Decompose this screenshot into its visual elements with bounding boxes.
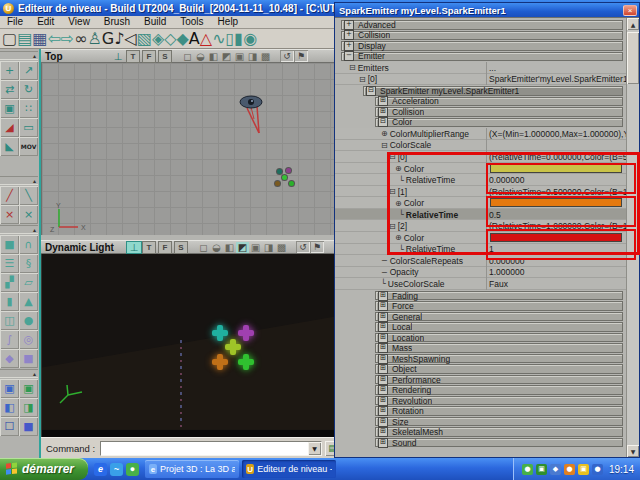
property-row[interactable]: ⊟ ⊟ [1] (RelativeTime=0.500000,Color=(B=… <box>335 186 626 198</box>
bsp-cuts-mode-icon[interactable]: ◩ <box>236 242 249 253</box>
properties-title-bar[interactable]: SparkEmitter myLevel.SparkEmitter1 × <box>335 3 639 17</box>
property-row[interactable]: └ └ UseColorScale Faux <box>335 278 626 290</box>
property-row[interactable]: − − Opacity 1.000000 <box>335 267 626 279</box>
property-value[interactable]: (X=(Min=1.000000,Max=1.000000),Y=(Min=..… <box>489 129 626 139</box>
wireframe-mode-icon[interactable]: ◻ <box>197 242 210 253</box>
toggle-textured-button[interactable]: T <box>126 50 140 63</box>
property-value[interactable]: 0.000000 <box>489 175 524 185</box>
property-value[interactable]: SparkEmitter'myLevel.SparkEmitter1' <box>489 74 626 84</box>
expand-icon[interactable]: ⊞ <box>378 333 388 343</box>
quick-launch-ie-icon[interactable]: e <box>94 463 107 476</box>
task-button[interactable]: U Editeur de niveau - B... <box>242 460 336 478</box>
expand-icon[interactable]: + <box>344 20 354 30</box>
tree-node-icon[interactable]: ⊟ <box>389 222 396 231</box>
property-row[interactable]: ⊞ ⊞ Size <box>375 417 623 427</box>
special-brush-tool[interactable]: ■ <box>19 349 38 368</box>
tree-node-icon[interactable]: ⊟ <box>389 152 396 161</box>
property-row[interactable]: ⊞ ⊞ Location <box>375 333 623 343</box>
matinee-mov-tool[interactable]: MOV <box>19 137 38 156</box>
expand-icon[interactable]: − <box>344 51 354 61</box>
expand-icon[interactable]: + <box>344 41 354 51</box>
expand-icon[interactable]: ⊞ <box>378 427 388 437</box>
property-value[interactable]: (RelativeTime=1.000000,Color=(B=19,G=19.… <box>489 221 626 231</box>
menu-item[interactable]: Build <box>137 16 173 28</box>
menu-item[interactable]: View <box>61 16 97 28</box>
tree-node-icon[interactable]: └ <box>381 279 386 288</box>
property-value[interactable]: Faux <box>489 279 508 289</box>
search-actor-icon[interactable]: ∞ <box>74 29 87 48</box>
property-row[interactable]: ⊞ ⊞ Object <box>375 364 623 374</box>
tree-node-icon[interactable]: ⊟ <box>381 141 388 150</box>
tree-node-icon[interactable]: └ <box>399 176 404 185</box>
task-button[interactable]: e Projet 3D : La 3D acc... <box>145 460 239 478</box>
property-row[interactable]: ⊞ ⊞ Revolution <box>375 396 623 406</box>
toggle-fullscreen-button[interactable]: F <box>158 241 172 254</box>
menu-item[interactable]: Edit <box>30 16 61 28</box>
property-value[interactable]: 1 <box>489 244 494 254</box>
staircase-brush-tool[interactable]: ☰ <box>0 254 19 273</box>
property-row[interactable]: − − ColorScaleRepeats 0.000000 <box>335 255 626 267</box>
lighting-mode-icon[interactable]: ◨ <box>246 51 259 62</box>
brush-sheer-tool[interactable]: ╱ <box>0 186 19 205</box>
tree-node-icon[interactable]: − <box>381 256 388 265</box>
color-swatch[interactable] <box>490 198 622 207</box>
torus-brush-tool[interactable]: ◎ <box>19 330 38 349</box>
sidebar-divider[interactable]: ▴ <box>0 225 38 234</box>
rotate-tool[interactable]: ↻ <box>19 80 38 99</box>
terrain-editor-icon[interactable]: △ <box>200 29 212 48</box>
realtime-joystick-icon[interactable]: ⊥ <box>111 51 125 62</box>
start-button[interactable]: démarrer <box>0 458 88 480</box>
tree-node-icon[interactable]: ⊕ <box>395 164 402 173</box>
lighting-mode-icon[interactable]: ◨ <box>262 242 275 253</box>
tray-3d-icon[interactable]: ▣ <box>578 464 589 475</box>
zone-portal-mode-icon[interactable]: ◒ <box>210 242 223 253</box>
realtime-preview-icon[interactable]: ↺ <box>280 50 294 62</box>
tray-antivirus-icon[interactable]: ▣ <box>536 464 547 475</box>
tree-node-icon[interactable]: ⊕ <box>395 199 402 208</box>
play-map-icon[interactable]: ◉ <box>243 29 257 48</box>
expand-icon[interactable]: ⊞ <box>378 354 388 364</box>
color-swatch[interactable] <box>490 164 622 173</box>
property-row[interactable]: ⊕ ⊕ ColorMultiplierRange (X=(Min=1.00000… <box>335 128 626 140</box>
property-row[interactable]: ⊞ ⊞ Rendering <box>375 385 623 395</box>
property-value[interactable]: ... <box>489 63 496 73</box>
expand-icon[interactable]: ⊞ <box>378 301 388 311</box>
toggle-streaming-button[interactable]: S <box>158 50 172 63</box>
scrollbar-thumb[interactable] <box>627 32 639 84</box>
color-swatch[interactable] <box>490 233 622 242</box>
sidebar-divider[interactable]: ▴ <box>0 369 38 378</box>
dynamic-viewport-header[interactable]: Dynamic Light ⊥ TFS ◻◒◧◩▣◨▩ ↺⚑ <box>41 240 337 254</box>
property-row[interactable]: └ └ RelativeTime 0.000000 <box>335 174 626 186</box>
sidebar-divider[interactable]: ▴ <box>0 176 38 185</box>
actor-class-browser-icon[interactable]: ♙ <box>88 29 102 48</box>
curved-staircase-brush-tool[interactable]: ∩ <box>19 235 38 254</box>
volumetric-brush-tool[interactable]: ◫ <box>0 311 19 330</box>
property-row[interactable]: ⊞ ⊞ Acceleration <box>375 97 623 107</box>
property-row[interactable]: ⊞ ⊞ General <box>375 312 623 322</box>
viewport-options-icon[interactable]: ⚑ <box>310 241 324 253</box>
property-row[interactable]: ⊞ ⊞ Local <box>375 322 623 332</box>
texture-browser-icon[interactable]: ▧ <box>137 29 152 48</box>
realtime-joystick-icon[interactable]: ⊥ <box>127 242 141 253</box>
expand-icon[interactable]: ⊞ <box>378 343 388 353</box>
expand-icon[interactable]: ⊞ <box>378 375 388 385</box>
cylinder-brush-tool[interactable]: ▮ <box>0 292 19 311</box>
property-row[interactable]: ⊟ ⊟ [2] (RelativeTime=1.000000,Color=(B=… <box>335 220 626 232</box>
tray-clock-icon[interactable]: ● <box>592 464 603 475</box>
property-row[interactable]: + + Advanced <box>341 20 623 30</box>
property-row[interactable]: ⊞ ⊞ Sound <box>375 438 623 448</box>
build-all-icon[interactable]: ▮ <box>234 29 243 48</box>
zone-portal-mode-icon[interactable]: ◒ <box>194 51 207 62</box>
csg-subtract-tool[interactable]: ▣ <box>19 379 38 398</box>
tray-network-icon[interactable]: ◆ <box>550 464 561 475</box>
sidebar-divider[interactable]: ▴ <box>0 51 38 60</box>
expand-icon[interactable]: ⊞ <box>378 385 388 395</box>
translate-tool[interactable]: ⇄ <box>0 80 19 99</box>
csg-intersect-tool[interactable]: ◧ <box>0 398 19 417</box>
group-browser-icon[interactable]: G <box>102 29 114 48</box>
expand-icon[interactable]: ⊞ <box>378 396 388 406</box>
tray-messenger-icon[interactable]: ● <box>522 464 533 475</box>
mesh-browser-icon[interactable]: ◈ <box>152 29 164 48</box>
expand-icon[interactable]: ⊞ <box>378 96 388 106</box>
expand-icon[interactable]: ⊟ <box>366 86 376 96</box>
